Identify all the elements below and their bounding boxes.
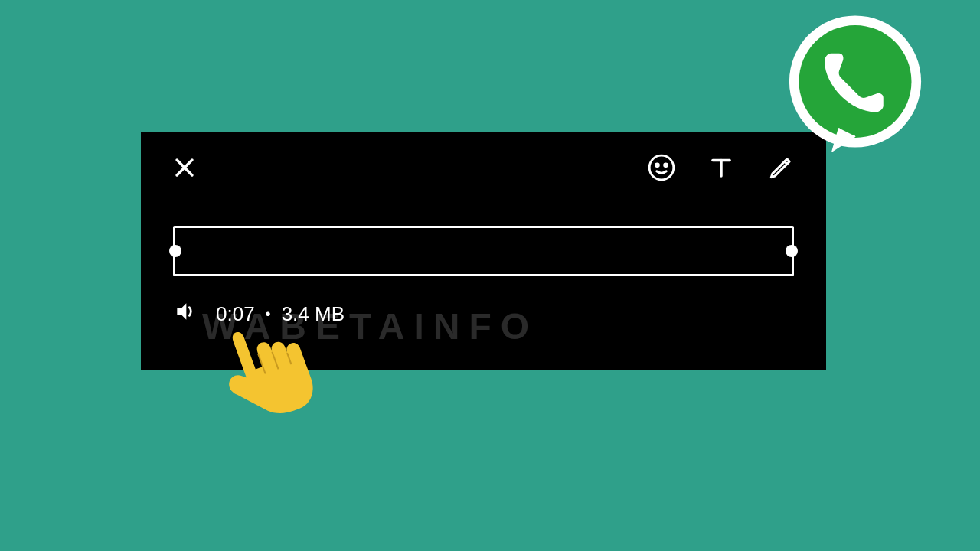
svg-point-3 [656,163,659,166]
svg-point-9 [799,25,912,138]
editor-toolbar [141,132,826,205]
close-icon [172,155,198,181]
separator-dot: • [266,305,271,323]
svg-point-2 [649,155,674,180]
filesize-label: 3.4 MB [282,302,345,326]
pointing-hand-cursor [205,312,320,442]
video-trim-track[interactable] [173,226,794,276]
duration-label: 0:07 [216,302,255,326]
close-button[interactable] [172,155,198,184]
pointing-hand-icon [205,312,320,442]
media-info-text: 0:07 • 3.4 MB [216,302,345,326]
emoji-button[interactable] [647,153,676,185]
text-tool-icon [707,153,736,182]
text-tool-button[interactable] [707,153,736,185]
media-info-row: 0:07 • 3.4 MB [173,299,345,329]
emoji-icon [647,153,676,182]
speaker-icon [173,299,198,324]
trim-handle-end[interactable] [786,245,798,257]
toolbar-right [647,153,795,185]
whatsapp-icon [775,9,936,170]
trim-handle-start[interactable] [169,245,181,257]
whatsapp-logo [775,9,936,170]
svg-point-4 [665,163,668,166]
mute-toggle-button[interactable] [173,299,198,329]
